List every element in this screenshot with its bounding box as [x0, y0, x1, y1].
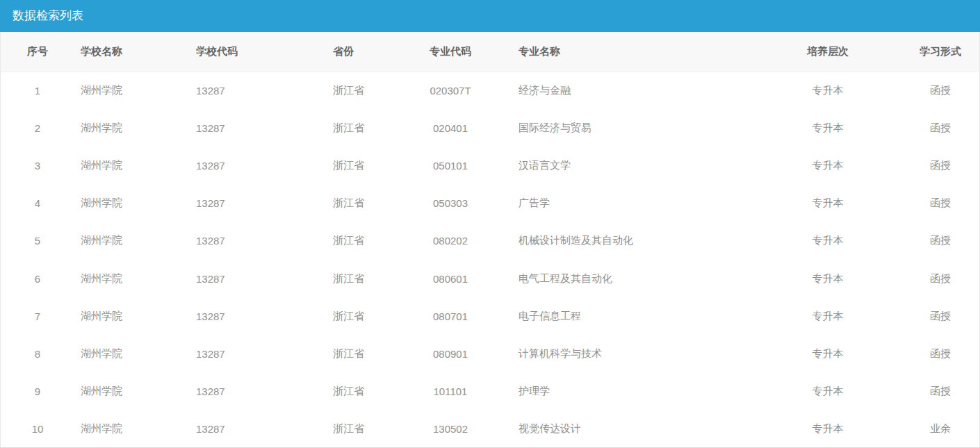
- cell-index: 1: [1, 72, 74, 109]
- column-header-level: 培养层次: [756, 32, 900, 72]
- cell-major_code: 020307T: [409, 72, 491, 109]
- table-row: 8湖州学院13287浙江省080901计算机科学与技术专升本函授: [1, 335, 980, 372]
- cell-level: 专升本: [756, 222, 900, 260]
- cell-level: 专升本: [756, 335, 900, 372]
- cell-major_name: 经济与金融: [491, 72, 756, 109]
- cell-study_form: 函授: [900, 260, 980, 297]
- table-row: 6湖州学院13287浙江省080601电气工程及其自动化专升本函授: [1, 260, 980, 297]
- cell-level: 专升本: [756, 410, 900, 448]
- data-search-panel: 数据检索列表 序号学校名称学校代码省份专业代码专业名称培养层次学习形式 1湖州学…: [0, 0, 980, 448]
- cell-index: 5: [1, 222, 74, 260]
- cell-level: 专升本: [756, 373, 900, 410]
- cell-province: 浙江省: [327, 109, 409, 147]
- cell-major_name: 汉语言文学: [491, 147, 756, 184]
- column-header-school_name: 学校名称: [74, 32, 190, 72]
- cell-school_code: 13287: [190, 72, 327, 109]
- cell-study_form: 函授: [900, 109, 980, 147]
- cell-province: 浙江省: [327, 147, 409, 184]
- cell-school_code: 13287: [190, 109, 327, 147]
- column-header-province: 省份: [327, 32, 409, 72]
- panel-title: 数据检索列表: [0, 0, 980, 32]
- cell-major_code: 080701: [409, 297, 491, 335]
- table-row: 4湖州学院13287浙江省050303广告学专升本函授: [1, 185, 980, 222]
- cell-study_form: 函授: [900, 72, 980, 109]
- results-table: 序号学校名称学校代码省份专业代码专业名称培养层次学习形式 1湖州学院13287浙…: [1, 32, 980, 448]
- cell-province: 浙江省: [327, 260, 409, 297]
- cell-school_name: 湖州学院: [74, 72, 190, 109]
- cell-study_form: 函授: [900, 185, 980, 222]
- cell-province: 浙江省: [327, 335, 409, 372]
- cell-study_form: 函授: [900, 147, 980, 184]
- cell-major_code: 020401: [409, 109, 491, 147]
- cell-school_code: 13287: [190, 222, 327, 260]
- cell-school_name: 湖州学院: [74, 335, 190, 372]
- cell-province: 浙江省: [327, 185, 409, 222]
- cell-school_code: 13287: [190, 410, 327, 448]
- cell-major_name: 护理学: [491, 373, 756, 410]
- cell-major_code: 080601: [409, 260, 491, 297]
- cell-province: 浙江省: [327, 373, 409, 410]
- cell-study_form: 函授: [900, 297, 980, 335]
- column-header-major_code: 专业代码: [409, 32, 491, 72]
- column-header-school_code: 学校代码: [190, 32, 327, 72]
- cell-school_code: 13287: [190, 260, 327, 297]
- cell-index: 4: [1, 185, 74, 222]
- column-header-study_form: 学习形式: [900, 32, 980, 72]
- cell-study_form: 函授: [900, 373, 980, 410]
- cell-school_name: 湖州学院: [74, 185, 190, 222]
- cell-major_name: 计算机科学与技术: [491, 335, 756, 372]
- cell-index: 2: [1, 109, 74, 147]
- cell-major_code: 050101: [409, 147, 491, 184]
- cell-school_name: 湖州学院: [74, 222, 190, 260]
- cell-study_form: 函授: [900, 335, 980, 372]
- cell-province: 浙江省: [327, 222, 409, 260]
- cell-level: 专升本: [756, 297, 900, 335]
- column-header-major_name: 专业名称: [491, 32, 756, 72]
- table-row: 7湖州学院13287浙江省080701电子信息工程专升本函授: [1, 297, 980, 335]
- cell-major_name: 电子信息工程: [491, 297, 756, 335]
- results-table-container: 序号学校名称学校代码省份专业代码专业名称培养层次学习形式 1湖州学院13287浙…: [0, 32, 980, 448]
- cell-major_name: 国际经济与贸易: [491, 109, 756, 147]
- table-row: 5湖州学院13287浙江省080202机械设计制造及其自动化专升本函授: [1, 222, 980, 260]
- cell-index: 3: [1, 147, 74, 184]
- cell-school_code: 13287: [190, 297, 327, 335]
- column-header-index: 序号: [1, 32, 74, 72]
- table-row: 9湖州学院13287浙江省101101护理学专升本函授: [1, 373, 980, 410]
- table-body: 1湖州学院13287浙江省020307T经济与金融专升本函授2湖州学院13287…: [1, 72, 980, 448]
- cell-school_code: 13287: [190, 373, 327, 410]
- cell-index: 7: [1, 297, 74, 335]
- cell-level: 专升本: [756, 72, 900, 109]
- cell-major_code: 080901: [409, 335, 491, 372]
- cell-major_name: 广告学: [491, 185, 756, 222]
- cell-major_code: 080202: [409, 222, 491, 260]
- cell-index: 6: [1, 260, 74, 297]
- cell-school_name: 湖州学院: [74, 260, 190, 297]
- table-row: 1湖州学院13287浙江省020307T经济与金融专升本函授: [1, 72, 980, 109]
- cell-major_name: 机械设计制造及其自动化: [491, 222, 756, 260]
- cell-province: 浙江省: [327, 72, 409, 109]
- cell-province: 浙江省: [327, 297, 409, 335]
- cell-school_name: 湖州学院: [74, 373, 190, 410]
- cell-level: 专升本: [756, 147, 900, 184]
- cell-school_code: 13287: [190, 335, 327, 372]
- cell-school_name: 湖州学院: [74, 147, 190, 184]
- cell-school_code: 13287: [190, 147, 327, 184]
- cell-index: 10: [1, 410, 74, 448]
- table-row: 2湖州学院13287浙江省020401国际经济与贸易专升本函授: [1, 109, 980, 147]
- cell-level: 专升本: [756, 260, 900, 297]
- cell-school_code: 13287: [190, 185, 327, 222]
- table-row: 10湖州学院13287浙江省130502视觉传达设计专升本业余: [1, 410, 980, 448]
- cell-school_name: 湖州学院: [74, 109, 190, 147]
- table-header-row: 序号学校名称学校代码省份专业代码专业名称培养层次学习形式: [1, 32, 980, 72]
- table-row: 3湖州学院13287浙江省050101汉语言文学专升本函授: [1, 147, 980, 184]
- table-header: 序号学校名称学校代码省份专业代码专业名称培养层次学习形式: [1, 32, 980, 72]
- cell-index: 9: [1, 373, 74, 410]
- cell-major_name: 视觉传达设计: [491, 410, 756, 448]
- cell-province: 浙江省: [327, 410, 409, 448]
- cell-study_form: 函授: [900, 222, 980, 260]
- cell-level: 专升本: [756, 109, 900, 147]
- cell-major_code: 101101: [409, 373, 491, 410]
- cell-level: 专升本: [756, 185, 900, 222]
- cell-school_name: 湖州学院: [74, 410, 190, 448]
- cell-index: 8: [1, 335, 74, 372]
